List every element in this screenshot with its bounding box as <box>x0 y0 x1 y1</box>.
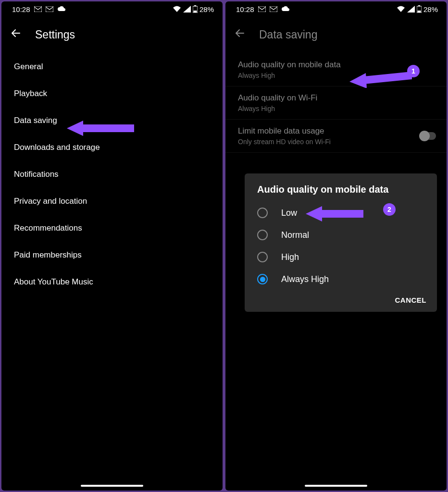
status-time: 10:28 <box>236 5 254 13</box>
svg-rect-8 <box>418 5 420 6</box>
ds-item-title: Limit mobile data usage <box>238 126 434 136</box>
svg-rect-3 <box>194 5 196 6</box>
battery-icon <box>417 5 422 13</box>
page-title: Settings <box>35 28 75 41</box>
settings-item-about[interactable]: About YouTube Music <box>14 269 210 295</box>
radio-icon <box>257 208 268 218</box>
svg-rect-1 <box>46 6 53 12</box>
back-icon[interactable] <box>234 27 246 42</box>
svg-rect-5 <box>258 6 266 12</box>
radio-label: Normal <box>281 230 309 240</box>
wifi-icon <box>397 6 405 12</box>
status-bar: 10:28 28% <box>1 1 223 17</box>
svg-rect-4 <box>193 11 197 12</box>
battery-percent: 28% <box>423 5 438 13</box>
phone-left-settings: 10:28 28% Settings General Playback Data… <box>1 1 223 491</box>
svg-rect-9 <box>417 11 421 12</box>
ds-item-subtitle: Always High <box>238 105 434 112</box>
signal-icon <box>183 6 191 12</box>
ds-item-limit-data[interactable]: Limit mobile data usage Only stream HD v… <box>225 120 447 153</box>
radio-icon <box>257 252 268 262</box>
back-icon[interactable] <box>10 27 22 42</box>
radio-label: High <box>281 252 299 262</box>
ds-item-audio-mobile[interactable]: Audio quality on mobile data Always High <box>225 53 447 86</box>
settings-item-paid-memberships[interactable]: Paid memberships <box>14 242 210 269</box>
radio-icon-selected <box>257 274 268 284</box>
mail-icon-2 <box>270 6 277 12</box>
signal-icon <box>407 6 415 12</box>
battery-icon <box>193 5 198 13</box>
radio-icon <box>257 230 268 240</box>
radio-option-always-high[interactable]: Always High <box>245 268 437 290</box>
cloud-icon <box>281 6 290 12</box>
page-title: Data saving <box>259 28 317 41</box>
wifi-icon <box>173 6 181 12</box>
data-saving-list: Audio quality on mobile data Always High… <box>225 53 447 153</box>
data-saving-header: Data saving <box>225 17 447 53</box>
ds-item-subtitle: Only stream HD video on Wi-Fi <box>238 138 434 146</box>
radio-label: Low <box>281 208 297 218</box>
limit-data-toggle[interactable] <box>420 132 436 140</box>
radio-option-low[interactable]: Low <box>245 202 437 224</box>
settings-item-recommendations[interactable]: Recommendations <box>14 215 210 242</box>
svg-rect-0 <box>34 6 42 12</box>
settings-item-playback[interactable]: Playback <box>14 80 210 107</box>
svg-rect-6 <box>270 6 277 12</box>
cancel-button[interactable]: CANCEL <box>395 296 427 304</box>
phone-right-data-saving: 10:28 28% Data saving Audio quality on m… <box>225 1 447 491</box>
settings-item-downloads[interactable]: Downloads and storage <box>14 134 210 161</box>
ds-item-title: Audio quality on Wi-Fi <box>238 93 434 103</box>
settings-item-data-saving[interactable]: Data saving <box>14 107 210 134</box>
status-bar: 10:28 28% <box>225 1 447 17</box>
mail-icon-1 <box>34 6 42 12</box>
settings-item-general[interactable]: General <box>14 53 210 80</box>
dialog-title: Audio quality on mobile data <box>245 184 437 202</box>
settings-list: General Playback Data saving Downloads a… <box>1 53 223 295</box>
radio-label: Always High <box>281 274 329 284</box>
cloud-icon <box>57 6 66 12</box>
settings-header: Settings <box>1 17 223 53</box>
radio-option-normal[interactable]: Normal <box>245 224 437 246</box>
radio-option-high[interactable]: High <box>245 246 437 268</box>
settings-item-privacy[interactable]: Privacy and location <box>14 188 210 215</box>
settings-item-notifications[interactable]: Notifications <box>14 161 210 188</box>
mail-icon-1 <box>258 6 266 12</box>
nav-bar[interactable] <box>81 485 143 487</box>
ds-item-title: Audio quality on mobile data <box>238 60 434 70</box>
battery-percent: 28% <box>199 5 214 13</box>
audio-quality-dialog: Audio quality on mobile data Low Normal … <box>245 173 437 312</box>
nav-bar[interactable] <box>305 485 367 487</box>
mail-icon-2 <box>46 6 53 12</box>
ds-item-subtitle: Always High <box>238 72 434 79</box>
status-time: 10:28 <box>12 5 30 13</box>
ds-item-audio-wifi[interactable]: Audio quality on Wi-Fi Always High <box>225 86 447 120</box>
